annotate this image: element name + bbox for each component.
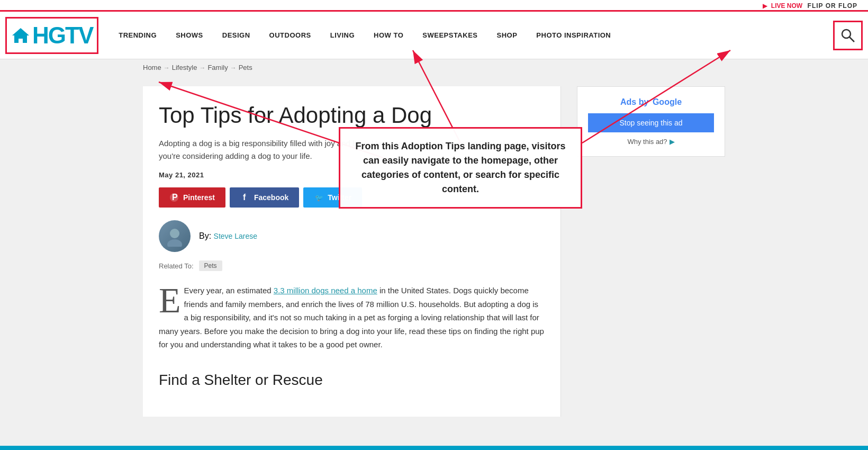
annotation-box: From this Adoption Tips landing page, vi… — [339, 127, 582, 209]
facebook-icon: f — [240, 193, 250, 202]
why-label: Why this ad? — [627, 138, 667, 146]
ad-label: Ads by — [620, 97, 648, 106]
live-bar: ▶ LIVE NOW FLIP OR FLOP — [0, 0, 868, 12]
facebook-button[interactable]: f Facebook — [230, 187, 299, 208]
svg-text:f: f — [243, 193, 246, 202]
svg-point-1 — [842, 30, 851, 38]
body-link[interactable]: 3.3 million dogs need a home — [274, 286, 377, 295]
breadcrumb: Home → Lifestyle → Family → Pets — [0, 59, 868, 76]
breadcrumb-lifestyle[interactable]: Lifestyle — [172, 64, 197, 71]
article-body: E Every year, an estimated 3.3 million d… — [159, 284, 545, 392]
nav-trending[interactable]: TRENDING — [109, 12, 166, 59]
logo-box[interactable]: HGTV — [5, 17, 98, 54]
author-info: By: Steve Larese — [199, 231, 257, 241]
hgtv-logo-text: HGTV — [32, 24, 93, 47]
live-icon: ▶ — [763, 2, 767, 10]
live-label: LIVE NOW — [771, 2, 802, 10]
why-arrow-icon: ▶ — [670, 138, 675, 146]
pinterest-label: Pinterest — [183, 193, 215, 202]
article-para-1: E Every year, an estimated 3.3 million d… — [159, 284, 545, 352]
article-subheading: Find a Shelter or Rescue — [159, 367, 545, 393]
search-icon — [840, 28, 855, 43]
stop-seeing-ad-button[interactable]: Stop seeing this ad — [588, 113, 714, 132]
dropcap-e: E — [159, 287, 181, 314]
annotation-text: From this Adoption Tips landing page, vi… — [355, 141, 565, 194]
why-this-ad[interactable]: Why this ad? ▶ — [588, 138, 714, 146]
nav-sweepstakes[interactable]: SWEEPSTAKES — [413, 12, 487, 59]
pinterest-button[interactable]: P Pinterest — [159, 187, 225, 208]
svg-point-8 — [167, 239, 182, 247]
pets-tag[interactable]: Pets — [199, 260, 222, 271]
twitter-icon: 🐦 — [314, 193, 323, 202]
show-name: FLIP OR FLOP — [808, 2, 857, 10]
breadcrumb-sep-2: → — [199, 64, 205, 71]
bottom-bar — [0, 446, 868, 450]
ad-brand: Google — [653, 97, 682, 106]
body-text-after-link: in the United States. Dogs quickly becom… — [159, 286, 544, 349]
nav-design[interactable]: DESIGN — [213, 12, 260, 59]
nav-shop[interactable]: SHOP — [487, 12, 527, 59]
nav-photo-inspiration[interactable]: PHOTO INSPIRATION — [527, 12, 620, 59]
related-row: Related To: Pets — [159, 260, 545, 271]
breadcrumb-pets[interactable]: Pets — [239, 64, 252, 71]
author-avatar-image — [164, 226, 185, 247]
main-nav: TRENDING SHOWS DESIGN OUTDOORS LIVING HO… — [109, 12, 828, 59]
breadcrumb-sep-3: → — [230, 64, 237, 71]
article-title: Top Tips for Adopting a Dog — [159, 102, 545, 129]
nav-howto[interactable]: HOW TO — [364, 12, 413, 59]
ad-box: Ads by Google Stop seeing this ad Why th… — [577, 86, 725, 157]
breadcrumb-home[interactable]: Home — [143, 64, 161, 71]
sidebar: Ads by Google Stop seeing this ad Why th… — [577, 86, 725, 417]
site-header: HGTV TRENDING SHOWS DESIGN OUTDOORS LIVI… — [0, 12, 868, 59]
nav-shows[interactable]: SHOWS — [166, 12, 213, 59]
author-row: By: Steve Larese — [159, 220, 545, 252]
nav-outdoors[interactable]: OUTDOORS — [260, 12, 321, 59]
breadcrumb-family[interactable]: Family — [207, 64, 228, 71]
svg-line-2 — [849, 37, 854, 42]
svg-point-7 — [170, 229, 179, 238]
pinterest-icon: P — [169, 193, 179, 202]
author-by-label: By: — [199, 231, 211, 240]
related-label: Related To: — [159, 262, 194, 270]
search-button[interactable] — [833, 21, 863, 50]
breadcrumb-sep-1: → — [164, 64, 170, 71]
author-avatar — [159, 220, 191, 252]
hgtv-house-icon — [11, 27, 30, 44]
facebook-label: Facebook — [254, 193, 288, 202]
svg-marker-0 — [12, 28, 29, 43]
svg-text:P: P — [172, 193, 178, 202]
svg-text:🐦: 🐦 — [315, 193, 323, 202]
body-text-before-link: Every year, an estimated — [184, 286, 274, 295]
author-name-link[interactable]: Steve Larese — [214, 232, 258, 240]
ad-by-google: Ads by Google — [588, 97, 714, 107]
nav-living[interactable]: LIVING — [321, 12, 364, 59]
